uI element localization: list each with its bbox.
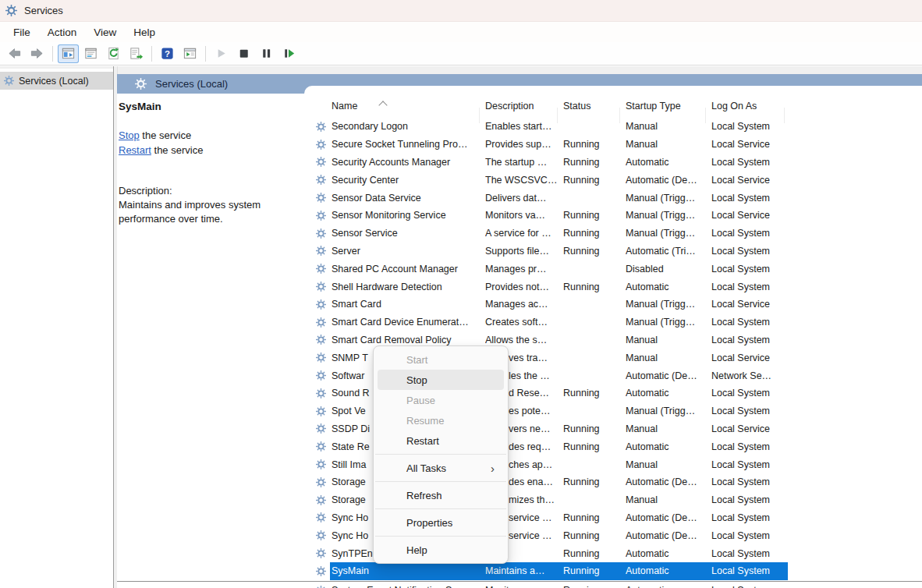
restart-service-link[interactable]: Restart	[119, 144, 151, 156]
cell-logon: Local System	[711, 264, 784, 275]
table-row[interactable]: Secure Socket Tunneling Pro…Provides sup…	[304, 136, 922, 154]
sidebar-item-label: Services (Local)	[19, 76, 89, 87]
table-row[interactable]: System Event Notification S…Monito…Runni…	[304, 582, 922, 588]
start-service-icon	[214, 46, 229, 61]
cell-startup: Automatic (De…	[626, 370, 711, 381]
stop-service-button[interactable]	[233, 44, 254, 63]
cell-startup: Automatic (De…	[626, 175, 711, 186]
cell-startup: Automatic	[626, 157, 711, 168]
refresh-button[interactable]	[103, 44, 124, 63]
menu-item-pause: Pause	[378, 390, 504, 410]
cell-status: Running	[563, 282, 626, 292]
menu-separator	[375, 454, 506, 455]
cell-startup: Automatic (Tri…	[626, 246, 711, 257]
show-action-pane-button[interactable]	[179, 44, 200, 63]
table-row[interactable]: Sensor ServiceA service for …RunningManu…	[304, 225, 922, 243]
cell-status: Running	[563, 210, 626, 221]
service-description-block: Description: Maintains and improves syst…	[119, 184, 284, 226]
pause-service-button[interactable]	[256, 44, 277, 63]
cell-desc: The startup …	[485, 157, 563, 168]
menu-file[interactable]: File	[5, 27, 39, 38]
table-row[interactable]: Shell Hardware DetectionProvides not…Run…	[304, 278, 922, 296]
service-gear-icon	[316, 211, 332, 221]
restart-service-button[interactable]	[278, 44, 300, 63]
cell-desc: Creates soft…	[485, 317, 563, 328]
column-header-log-on-as[interactable]: Log On As	[711, 95, 757, 117]
service-gear-icon	[316, 157, 332, 167]
cell-logon: Local System	[711, 388, 784, 398]
menu-item-all-tasks[interactable]: All Tasks›	[378, 458, 504, 478]
table-row[interactable]: Secondary LogonEnables start…ManualLocal…	[304, 118, 922, 136]
cell-startup: Manual	[626, 121, 711, 132]
start-service-button[interactable]	[211, 44, 232, 63]
menu-view[interactable]: View	[85, 27, 125, 38]
title-bar: Services	[0, 0, 922, 22]
help-icon: ?	[160, 46, 175, 61]
cell-startup: Manual	[626, 139, 711, 150]
table-row[interactable]: Smart CardManages ac…Manual (Trigg…Local…	[304, 296, 922, 313]
cell-startup: Automatic	[626, 585, 711, 588]
menu-item-resume: Resume	[378, 410, 504, 430]
service-gear-icon	[316, 406, 332, 416]
cell-logon: Local System	[711, 494, 784, 505]
cell-startup: Manual	[626, 459, 711, 470]
back-button[interactable]	[4, 44, 25, 63]
cell-logon: Local System	[711, 476, 784, 487]
cell-status: Running	[563, 246, 626, 257]
cell-logon: Local System	[711, 282, 784, 292]
cell-startup: Automatic	[626, 388, 711, 398]
stop-service-link[interactable]: Stop	[119, 129, 140, 141]
menu-item-stop[interactable]: Stop	[378, 370, 504, 390]
service-gear-icon	[316, 175, 332, 185]
cell-logon: Local Service	[711, 175, 784, 186]
cell-desc: Manages ac…	[485, 299, 563, 310]
description-text: Maintains and improves system performanc…	[119, 198, 284, 226]
table-row[interactable]: Sensor Data ServiceDelivers dat…Manual (…	[304, 189, 922, 207]
cell-logon: Local System	[711, 246, 784, 257]
table-row[interactable]: Security Accounts ManagerThe startup …Ru…	[304, 154, 922, 172]
service-gear-icon	[316, 282, 332, 292]
toolbar-separator	[151, 46, 152, 62]
cell-logon: Local System	[711, 512, 784, 523]
menu-item-restart[interactable]: Restart	[378, 430, 504, 451]
services-node-icon	[4, 76, 14, 86]
forward-button[interactable]	[27, 44, 48, 63]
sidebar-item-services-local[interactable]: Services (Local)	[0, 72, 113, 90]
menu-action[interactable]: Action	[39, 27, 86, 38]
table-row[interactable]: ServerSupports file…RunningAutomatic (Tr…	[304, 243, 922, 260]
cell-name: Smart Card Device Enumerat…	[332, 317, 485, 328]
service-gear-icon	[316, 246, 332, 256]
cell-name: Smart Card Removal Policy	[332, 335, 485, 345]
menu-item-help[interactable]: Help	[378, 540, 504, 560]
service-gear-icon	[316, 122, 332, 132]
service-gear-icon	[316, 530, 332, 540]
column-header-name[interactable]: Name	[332, 95, 357, 117]
table-row[interactable]: Smart Card Device Enumerat…Creates soft……	[304, 313, 922, 331]
help-button[interactable]: ?	[157, 44, 178, 63]
export-list-button[interactable]	[126, 44, 147, 63]
column-header-startup-type[interactable]: Startup Type	[626, 95, 681, 117]
console-tree-pane: Services (Local)	[0, 69, 113, 588]
menu-item-refresh[interactable]: Refresh	[378, 485, 504, 505]
context-menu: StartStopPauseResumeRestartAll Tasks›Ref…	[373, 345, 509, 564]
table-row[interactable]: Shared PC Account ManagerManages pr…Disa…	[304, 260, 922, 278]
service-gear-icon	[316, 441, 332, 452]
menu-help[interactable]: Help	[125, 27, 164, 38]
show-console-tree-button[interactable]	[58, 44, 79, 63]
sort-ascending-icon	[378, 101, 387, 109]
service-gear-icon	[316, 352, 332, 363]
menu-item-properties[interactable]: Properties	[378, 512, 504, 533]
service-gear-icon	[316, 495, 332, 505]
column-header-description[interactable]: Description	[485, 95, 534, 117]
table-row[interactable]: Security CenterThe WSCSVC…RunningAutomat…	[304, 171, 922, 189]
table-row[interactable]: Sensor Monitoring ServiceMonitors va…Run…	[304, 207, 922, 225]
cell-startup: Manual (Trigg…	[626, 317, 711, 328]
column-header-status[interactable]: Status	[563, 95, 590, 117]
table-row[interactable]: SysMainMaintains a…RunningAutomaticLocal…	[304, 562, 922, 580]
cell-desc: Supports file…	[485, 246, 563, 257]
menu-item-label: Help	[406, 544, 427, 556]
cell-logon: Local System	[711, 565, 784, 576]
cell-desc: Enables start…	[485, 121, 563, 132]
properties-button[interactable]	[80, 44, 101, 63]
toolbar-separator	[205, 46, 206, 62]
